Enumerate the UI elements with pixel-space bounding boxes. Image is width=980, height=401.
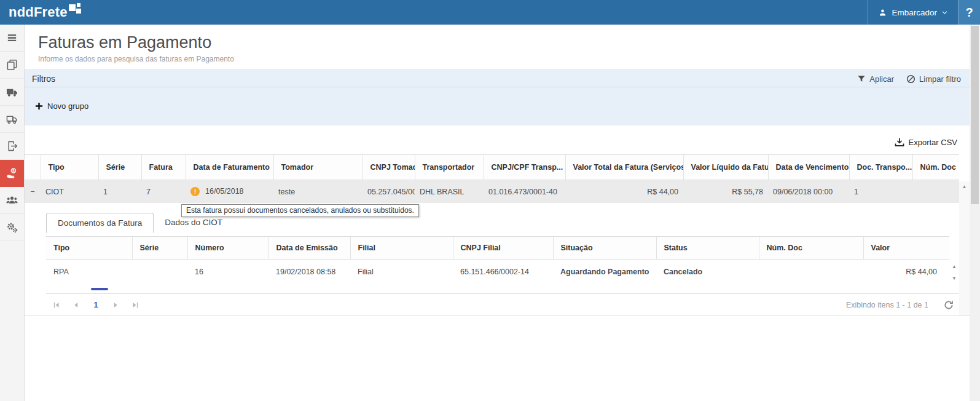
last-page-button[interactable]: [127, 298, 143, 312]
column-header-num-doc[interactable]: Núm. Doc: [912, 155, 959, 180]
column-header-data-faturamento[interactable]: Data de Faturamento↑: [186, 155, 273, 180]
sidebar-item-delivery-truck[interactable]: [0, 106, 24, 133]
gears-icon: [6, 221, 18, 233]
download-icon: [895, 137, 904, 147]
previous-page-button[interactable]: [68, 298, 84, 312]
logo-text: nddFrete: [9, 4, 68, 20]
circle-slash-icon: [906, 74, 915, 84]
subgrid-vertical-scrollbar[interactable]: ▲ ▼: [949, 261, 959, 284]
subcell-numero: 16: [187, 260, 269, 285]
subcolumn-header-valor[interactable]: Valor: [863, 237, 949, 260]
payment-hand-coin-icon: $: [6, 167, 18, 179]
user-menu-button[interactable]: Embarcador: [868, 0, 958, 25]
sidebar-item-settings[interactable]: [0, 214, 24, 241]
sidebar-item-export[interactable]: [0, 133, 24, 160]
cell-num-doc: [912, 180, 959, 204]
tab-documentos-da-fatura[interactable]: Documentos da Fatura: [46, 213, 154, 233]
subgrid-header-row: Tipo Série Número Data de Emissão Filial…: [46, 237, 949, 260]
subcell-situacao: Aguardando Pagamento: [553, 260, 656, 285]
subcell-status: Cancelado: [656, 260, 759, 285]
cell-cnpj-cpf-transp: 01.016.473/0001-40: [484, 180, 565, 204]
subcell-cnpj-filial: 65.151.466/0002-14: [453, 260, 553, 285]
scroll-up-icon[interactable]: ▲: [962, 184, 967, 189]
next-page-button[interactable]: [108, 298, 123, 312]
subcell-valor: R$ 44,00: [863, 260, 949, 285]
subcolumn-header-serie[interactable]: Série: [132, 237, 187, 260]
column-header-data-vencimento[interactable]: Data de Vencimento: [768, 155, 849, 180]
subcolumn-header-numero[interactable]: Número: [187, 237, 269, 260]
delivery-truck-icon: [6, 113, 18, 125]
user-menu-label: Embarcador: [892, 8, 937, 17]
hamburger-menu-icon: [6, 32, 18, 44]
grid-header-row: Tipo Série Fatura Data de Faturamento↑ T…: [25, 155, 959, 180]
first-page-button[interactable]: [49, 298, 65, 312]
cell-tipo: CIOT: [41, 180, 98, 204]
document-row[interactable]: RPA 16 19/02/2018 08:58 Filial 65.151.46…: [46, 260, 949, 285]
sidebar: $: [0, 25, 25, 401]
refresh-button[interactable]: [943, 300, 954, 311]
export-csv-button[interactable]: Exportar CSV: [895, 137, 957, 147]
subcell-serie: [132, 260, 187, 285]
help-button[interactable]: ?: [958, 0, 980, 25]
chevron-down-icon: [941, 9, 948, 16]
sidebar-item-payments[interactable]: $: [0, 160, 24, 187]
export-document-icon: [6, 140, 18, 152]
column-header-transportador[interactable]: Transportador: [415, 155, 484, 180]
column-header-tipo[interactable]: Tipo: [41, 155, 98, 180]
subcell-tipo: RPA: [46, 260, 132, 285]
subcell-data-emissao: 19/02/2018 08:58: [269, 260, 350, 285]
subcolumn-header-status[interactable]: Status: [656, 237, 759, 260]
clear-filter-button[interactable]: Limpar filtro: [906, 74, 961, 84]
subcolumn-header-situacao[interactable]: Situação: [553, 237, 656, 260]
subcell-num-doc: [759, 260, 863, 285]
warning-tooltip: Esta fatura possui documentos cancelados…: [181, 204, 419, 217]
subcolumn-header-num-doc[interactable]: Núm. Doc: [759, 237, 863, 260]
column-header-fatura[interactable]: Fatura: [141, 155, 186, 180]
cell-valor-total: R$ 44,00: [565, 180, 683, 204]
column-header-cnpj-cpf-transp[interactable]: CNPJ/CPF Transp...: [484, 155, 565, 180]
cell-fatura: 7: [141, 180, 186, 204]
cell-tomador: teste: [273, 180, 363, 204]
apply-filter-button[interactable]: Aplicar: [857, 74, 894, 84]
plus-icon: [35, 102, 43, 110]
collapse-row-button[interactable]: −: [25, 180, 41, 204]
scroll-up-icon[interactable]: ▲: [952, 264, 957, 269]
pager-info: Exibindo itens 1 - 1 de 1: [846, 301, 928, 309]
svg-text:$: $: [12, 169, 15, 173]
person-icon: [878, 8, 887, 17]
subgrid-horizontal-scrollbar[interactable]: [91, 288, 108, 290]
logo-squares-icon: [69, 3, 82, 17]
app-logo: nddFrete: [0, 4, 82, 20]
column-header-valor-total[interactable]: Valor Total da Fatura (Serviços): [565, 155, 683, 180]
sidebar-item-users[interactable]: [0, 187, 24, 214]
column-header-doc-transp[interactable]: Doc. Transpo...: [849, 155, 912, 180]
subcell-filial: Filial: [350, 260, 453, 285]
column-header-cnpj-tomador[interactable]: CNPJ Tomador: [363, 155, 415, 180]
column-header-valor-liquido[interactable]: Valor Líquido da Fatura: [683, 155, 768, 180]
column-header-tomador[interactable]: Tomador: [273, 155, 363, 180]
column-header-serie[interactable]: Série: [98, 155, 141, 180]
scroll-down-icon[interactable]: ▼: [952, 276, 957, 281]
page-title: Faturas em Pagamento: [38, 33, 970, 52]
warning-icon[interactable]: !: [190, 187, 200, 196]
pager: 1 Exibindo itens 1 - 1 de 1: [46, 293, 959, 316]
subcolumn-header-data-emissao[interactable]: Data de Emissão: [269, 237, 350, 260]
cell-data-faturamento: !16/05/2018: [186, 180, 273, 204]
cell-data-vencimento: 09/06/2018 00:00: [768, 180, 849, 204]
current-page-number[interactable]: 1: [88, 300, 104, 309]
row-detail-panel: Documentos da Fatura Dados do CIOT: [25, 203, 970, 316]
filters-panel: Filtros Aplicar Limpar filtr: [25, 69, 970, 125]
subcolumn-header-filial[interactable]: Filial: [350, 237, 453, 260]
cell-valor-liquido: R$ 55,78: [683, 180, 768, 204]
subcolumn-header-cnpj-filial[interactable]: CNPJ Filial: [453, 237, 553, 260]
sidebar-item-truck[interactable]: [0, 79, 24, 106]
invoice-row[interactable]: − CIOT 1 7 !16/05/2018 teste 05.257.045/…: [25, 180, 959, 204]
new-group-button[interactable]: Novo grupo: [35, 101, 88, 111]
page-scrollbar-thumb[interactable]: [971, 26, 979, 204]
grid-vertical-scrollbar[interactable]: ▲: [959, 181, 970, 316]
subcolumn-header-tipo[interactable]: Tipo: [46, 237, 132, 260]
sidebar-item-menu[interactable]: [0, 25, 24, 52]
sidebar-item-documents[interactable]: [0, 52, 24, 79]
page-scrollbar[interactable]: [970, 25, 980, 401]
topbar: nddFrete Embarcador ?: [0, 0, 980, 25]
